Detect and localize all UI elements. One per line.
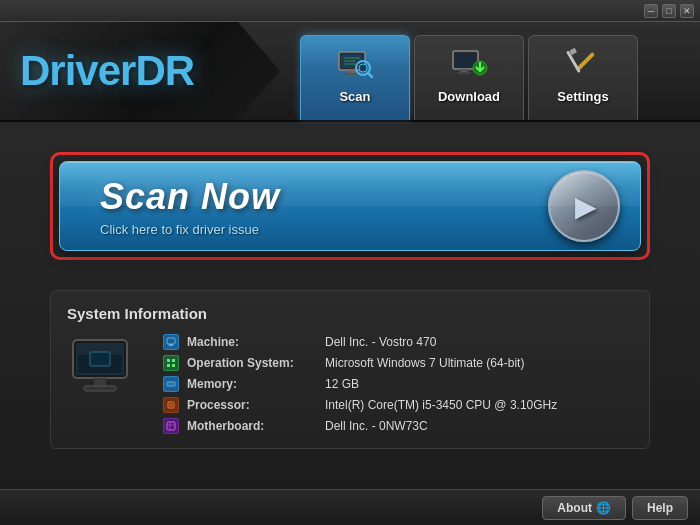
svg-rect-11 (455, 53, 476, 67)
maximize-button[interactable]: □ (662, 4, 676, 18)
svg-rect-25 (90, 352, 110, 366)
svg-rect-26 (167, 338, 175, 344)
download-icon (450, 46, 488, 84)
table-row: Motherboard: Dell Inc. - 0NW73C (163, 418, 633, 434)
os-label: Operation System: (187, 356, 317, 370)
scan-subtitle: Click here to fix driver issue (100, 222, 280, 237)
svg-rect-29 (172, 359, 175, 362)
tab-settings[interactable]: Settings (528, 35, 638, 120)
download-tab-icon (449, 45, 489, 85)
svg-line-6 (368, 73, 372, 77)
system-info-content: Machine: Dell Inc. - Vostro 470 Operatio… (67, 334, 633, 434)
minimize-button[interactable]: ─ (644, 4, 658, 18)
scan-tab-icon (335, 45, 375, 85)
memory-label: Memory: (187, 377, 317, 391)
help-label: Help (647, 501, 673, 515)
nav-tabs: Scan Download (280, 22, 700, 120)
system-info-title: System Information (67, 305, 633, 322)
about-label: About (557, 501, 592, 515)
os-value: Microsoft Windows 7 Ultimate (64-bit) (325, 356, 524, 370)
motherboard-label: Motherboard: (187, 419, 317, 433)
bottom-bar: About 🌐 Help (0, 489, 700, 525)
scan-button-wrapper: Scan Now Click here to fix driver issue (50, 152, 650, 260)
info-table: Machine: Dell Inc. - Vostro 470 Operatio… (163, 334, 633, 434)
help-button[interactable]: Help (632, 496, 688, 520)
app-logo: DriverDR (20, 47, 194, 95)
svg-rect-16 (577, 51, 595, 69)
scan-button-text: Scan Now Click here to fix driver issue (100, 176, 280, 237)
svg-rect-13 (457, 72, 471, 74)
machine-icon (163, 334, 179, 350)
svg-rect-22 (84, 386, 116, 391)
memory-icon (163, 376, 179, 392)
scan-now-button[interactable]: Scan Now Click here to fix driver issue (59, 161, 641, 251)
motherboard-value: Dell Inc. - 0NW73C (325, 419, 428, 433)
main-container: DriverDR (0, 22, 700, 525)
svg-rect-3 (345, 73, 359, 75)
close-button[interactable]: ✕ (680, 4, 694, 18)
table-row: Memory: 12 GB (163, 376, 633, 392)
svg-rect-27 (169, 344, 173, 346)
tab-scan-label: Scan (339, 89, 370, 104)
table-row: Operation System: Microsoft Windows 7 Ul… (163, 355, 633, 371)
motherboard-icon (163, 418, 179, 434)
os-icon (163, 355, 179, 371)
svg-rect-31 (172, 364, 175, 367)
scan-icon (335, 46, 375, 84)
table-row: Machine: Dell Inc. - Vostro 470 (163, 334, 633, 350)
title-bar: ─ □ ✕ (0, 0, 700, 22)
scan-arrow-icon (548, 170, 620, 242)
svg-rect-30 (167, 364, 170, 367)
svg-rect-21 (94, 378, 106, 386)
machine-label: Machine: (187, 335, 317, 349)
machine-value: Dell Inc. - Vostro 470 (325, 335, 436, 349)
processor-icon (163, 397, 179, 413)
window-controls: ─ □ ✕ (644, 4, 694, 18)
system-info-panel: System Information (50, 290, 650, 449)
scan-now-title: Scan Now (100, 176, 280, 218)
tab-download-label: Download (438, 89, 500, 104)
processor-label: Processor: (187, 398, 317, 412)
table-row: Processor: Intel(R) Core(TM) i5-3450 CPU… (163, 397, 633, 413)
settings-tab-icon (563, 45, 603, 85)
globe-icon: 🌐 (596, 501, 611, 515)
computer-icon (67, 334, 147, 409)
header: DriverDR (0, 22, 700, 122)
tab-download[interactable]: Download (414, 35, 524, 120)
svg-rect-28 (167, 359, 170, 362)
content-area: Scan Now Click here to fix driver issue … (0, 122, 700, 479)
processor-value: Intel(R) Core(TM) i5-3450 CPU @ 3.10GHz (325, 398, 557, 412)
logo-area: DriverDR (0, 22, 280, 120)
svg-rect-38 (167, 422, 175, 430)
memory-value: 12 GB (325, 377, 359, 391)
svg-rect-37 (170, 404, 173, 407)
settings-icon (564, 46, 602, 84)
tab-settings-label: Settings (557, 89, 608, 104)
svg-point-5 (359, 64, 367, 72)
tab-scan[interactable]: Scan (300, 35, 410, 120)
about-button[interactable]: About 🌐 (542, 496, 626, 520)
